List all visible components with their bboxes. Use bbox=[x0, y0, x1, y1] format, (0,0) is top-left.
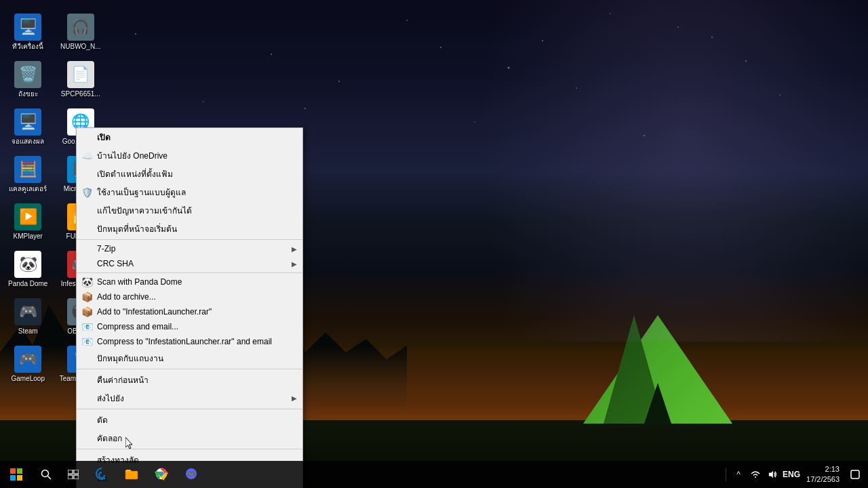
7zip-arrow: ▶ bbox=[292, 245, 297, 253]
this-pc-label: ทีวีเครื่องนี้ bbox=[12, 43, 43, 51]
menu-item-troubleshoot[interactable]: แก้ไขปัญหาความเข้ากันได้ bbox=[77, 201, 302, 220]
tent bbox=[583, 302, 732, 424]
desktop-icon-gameloop[interactable]: 🎮 GameLoop bbox=[3, 342, 53, 386]
svg-rect-9 bbox=[74, 475, 79, 479]
svg-rect-6 bbox=[68, 470, 73, 474]
desktop-icon-kmplayer[interactable]: ▶️ KMPlayer bbox=[3, 200, 53, 244]
desktop-icon-recycle[interactable]: 🗑️ ถังขยะ bbox=[3, 58, 53, 102]
taskbar-app-file-explorer[interactable] bbox=[117, 461, 146, 488]
steam-icon: 🎮 bbox=[14, 298, 41, 325]
menu-item-add-archive[interactable]: 📦 Add to archive... bbox=[77, 289, 302, 304]
taskbar: 🎮 ^ ENG 2 bbox=[0, 461, 868, 488]
menu-item-open[interactable]: เปิด bbox=[77, 128, 302, 146]
troubleshoot-label: แก้ไขปัญหาความเข้ากันได้ bbox=[97, 204, 192, 217]
menu-item-panda-scan[interactable]: 🐼 Scan with Panda Dome bbox=[77, 274, 302, 289]
separator-5 bbox=[77, 449, 302, 449]
tray-language[interactable]: ENG bbox=[783, 470, 800, 479]
menu-item-restore[interactable]: คืนค่าก่อนหน้า bbox=[77, 371, 302, 389]
cut-label: ตัด bbox=[97, 413, 108, 426]
menu-item-pin-start[interactable]: ปักหมุดที่หน้าจอเริ่มต้น bbox=[77, 220, 302, 238]
search-icon bbox=[41, 469, 52, 480]
nubwo-icon: 🎧 bbox=[67, 14, 94, 41]
desktop-icon-nubwo[interactable]: 🎧 NUBWO_N... bbox=[56, 10, 106, 54]
notification-icon bbox=[850, 470, 860, 479]
compress-infesta-label: Compress to "InfestationLauncher.rar" an… bbox=[97, 337, 272, 346]
pin-start-label: ปักหมุดที่หน้าจอเริ่มต้น bbox=[97, 222, 177, 235]
crc-arrow: ▶ bbox=[292, 260, 297, 268]
add-archive-icon: 📦 bbox=[81, 291, 93, 303]
file-explorer-icon bbox=[125, 468, 138, 480]
monitor-label: จอแสดงผล bbox=[12, 138, 44, 146]
svg-line-5 bbox=[48, 476, 52, 480]
menu-item-send-to[interactable]: ส่งไปยัง ▶ bbox=[77, 389, 302, 407]
start-button[interactable] bbox=[0, 461, 33, 488]
discord-taskbar-icon: 🎮 bbox=[184, 467, 198, 481]
svg-text:🎮: 🎮 bbox=[187, 470, 196, 479]
menu-item-admin[interactable]: 🛡️ ใช้งานเป็นฐานแบบผู้ดูแล bbox=[77, 183, 302, 201]
systray: ^ ENG 2:13 17/2/2563 bbox=[728, 461, 868, 488]
panda-scan-icon: 🐼 bbox=[81, 276, 93, 288]
menu-item-7zip[interactable]: 7-Zip ▶ bbox=[77, 241, 302, 256]
desktop-icon-spcp[interactable]: 📄 SPCP6651... bbox=[56, 58, 106, 102]
menu-item-onedrive[interactable]: ☁️ บ้านไปยัง OneDrive bbox=[77, 146, 302, 165]
svg-rect-0 bbox=[10, 468, 16, 474]
tray-volume-icon[interactable] bbox=[766, 468, 779, 481]
spcp-icon: 📄 bbox=[67, 61, 94, 88]
taskbar-app-discord[interactable]: 🎮 bbox=[176, 461, 206, 488]
calculator-icon: 🧮 bbox=[14, 156, 41, 183]
recycle-label: ถังขยะ bbox=[18, 90, 38, 98]
svg-rect-7 bbox=[74, 470, 79, 474]
menu-item-compress-email[interactable]: 📧 Compress and email... bbox=[77, 319, 302, 334]
gameloop-label: GameLoop bbox=[12, 375, 45, 383]
desktop-icon-calculator[interactable]: 🧮 แคลคูเลเตอร์ bbox=[3, 152, 53, 197]
tray-network-icon[interactable] bbox=[749, 468, 762, 481]
7zip-label: 7-Zip bbox=[97, 244, 115, 253]
compress-email-icon: 📧 bbox=[81, 321, 93, 333]
context-menu: เปิด ☁️ บ้านไปยัง OneDrive เปิดตำแหน่งที… bbox=[76, 127, 303, 488]
task-view-button[interactable] bbox=[60, 461, 87, 488]
panda-label: Panda Dome bbox=[8, 280, 47, 288]
send-to-arrow: ▶ bbox=[292, 394, 297, 402]
desktop-icon-monitor[interactable]: 🖥️ จอแสดงผล bbox=[3, 105, 53, 149]
desktop-icon-this-pc[interactable]: 🖥️ ทีวีเครื่องนี้ bbox=[3, 10, 53, 54]
menu-item-pin-taskbar[interactable]: ปักหมุดกับแถบงาน bbox=[77, 349, 302, 367]
taskbar-app-chrome[interactable] bbox=[146, 461, 176, 488]
desktop-icon-steam[interactable]: 🎮 Steam bbox=[3, 295, 53, 339]
notification-center-button[interactable] bbox=[846, 461, 865, 488]
spcp-label: SPCP6651... bbox=[61, 90, 100, 98]
svg-rect-2 bbox=[10, 475, 16, 481]
separator-3 bbox=[77, 369, 302, 369]
steam-label: Steam bbox=[18, 327, 38, 336]
desktop-icon-panda[interactable]: 🐼 Panda Dome bbox=[3, 247, 53, 291]
svg-rect-8 bbox=[68, 475, 73, 479]
icons-row-2: 🗑️ ถังขยะ 📄 SPCP6651... bbox=[3, 58, 105, 102]
menu-item-crc-sha[interactable]: CRC SHA ▶ bbox=[77, 256, 302, 271]
chrome-taskbar-icon bbox=[155, 467, 168, 481]
taskbar-app-edge[interactable] bbox=[87, 461, 117, 488]
tray-show-hidden[interactable]: ^ bbox=[732, 468, 745, 481]
menu-item-copy[interactable]: คัดลอก bbox=[77, 429, 302, 447]
svg-rect-10 bbox=[125, 471, 138, 479]
volume-icon bbox=[768, 470, 777, 479]
menu-item-add-infesta[interactable]: 📦 Add to "InfestationLauncher.rar" bbox=[77, 304, 302, 319]
edge-taskbar-icon bbox=[95, 467, 108, 481]
svg-rect-16 bbox=[851, 470, 859, 479]
restore-label: คืนค่าก่อนหน้า bbox=[97, 373, 149, 386]
separator-2 bbox=[77, 272, 302, 273]
separator-1 bbox=[77, 239, 302, 240]
taskbar-search-button[interactable] bbox=[33, 461, 60, 488]
add-infesta-label: Add to "InfestationLauncher.rar" bbox=[97, 307, 212, 317]
svg-point-4 bbox=[42, 470, 49, 477]
tray-time: 2:13 bbox=[806, 464, 840, 474]
recycle-icon: 🗑️ bbox=[14, 61, 41, 88]
tray-date: 17/2/2563 bbox=[806, 474, 840, 485]
panda-icon: 🐼 bbox=[14, 251, 41, 278]
tray-time-date[interactable]: 2:13 17/2/2563 bbox=[804, 464, 842, 485]
menu-item-cut[interactable]: ตัด bbox=[77, 411, 302, 429]
desktop: 🖥️ ทีวีเครื่องนี้ 🎧 NUBWO_N... 🗑️ ถังขยะ… bbox=[0, 0, 868, 488]
kmplayer-icon: ▶️ bbox=[14, 203, 41, 230]
svg-rect-3 bbox=[17, 475, 22, 481]
menu-item-compress-infesta-email[interactable]: 📧 Compress to "InfestationLauncher.rar" … bbox=[77, 334, 302, 349]
menu-item-file-location[interactable]: เปิดตำแหน่งที่ตั้งแฟ้ม bbox=[77, 165, 302, 183]
task-view-icon bbox=[68, 470, 79, 479]
